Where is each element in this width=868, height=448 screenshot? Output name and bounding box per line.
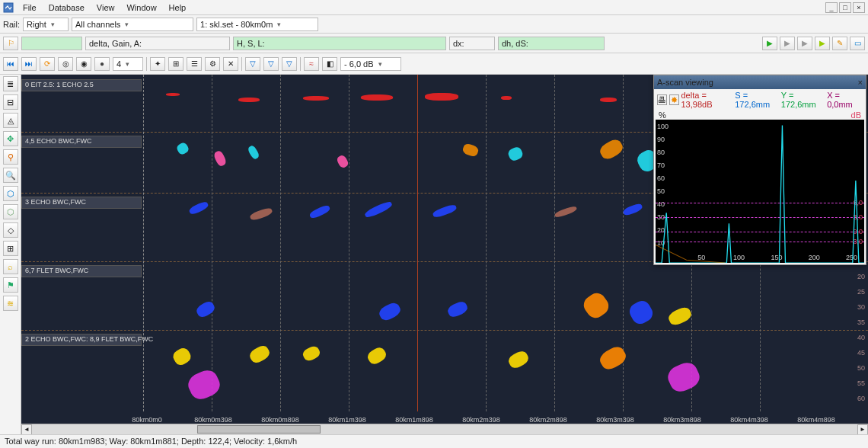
dark-dot-icon[interactable]: ● (94, 57, 110, 71)
ascan-pct-label: % (659, 110, 666, 120)
depth-tick: 60 (857, 395, 865, 402)
close-button[interactable]: × (853, 2, 865, 13)
scroll-right-icon[interactable]: ► (857, 424, 868, 435)
print-icon[interactable]: 🖶 (657, 94, 667, 105)
play-star-icon[interactable]: ▶ (815, 37, 830, 50)
shapes-icon[interactable]: ◧ (322, 57, 337, 71)
play2-icon[interactable]: ▶ (780, 37, 795, 50)
xaxis-tick: 80km3m898 (663, 416, 701, 424)
filter-icon[interactable]: ▽ (245, 57, 260, 71)
row-label-4: 2 ECHO BWC,FWC: 8,9 FLET BWC,FWC (21, 334, 142, 346)
diamond-icon[interactable]: ◇ (3, 222, 18, 238)
row-label-2: 3 ECHO BWC,FWC (21, 197, 142, 209)
flagwave-icon[interactable]: ≋ (3, 296, 18, 311)
xaxis-tick: 80km4m898 (797, 416, 835, 424)
skip-start-icon[interactable]: ⏮ (3, 57, 18, 71)
menu-window[interactable]: Window (120, 2, 162, 14)
refresh-icon[interactable]: ⟳ (40, 57, 55, 71)
spin-select[interactable]: 4 (113, 57, 143, 71)
menu-database[interactable]: Database (43, 2, 91, 14)
depth-tick: 20 (857, 273, 865, 280)
ascan-close-icon[interactable]: × (858, 78, 863, 87)
list-icon[interactable]: ≣ (3, 76, 18, 91)
dot-icon[interactable]: ◉ (76, 57, 91, 71)
settings-icon[interactable]: ⚙ (205, 57, 220, 71)
lens-icon[interactable]: ⌕ (3, 259, 18, 274)
depth-tick: 35 (857, 318, 865, 326)
xaxis-tick: 80km0m398 (194, 416, 232, 424)
xaxis-tick: 80km3m398 (596, 416, 634, 424)
scroll-thumb[interactable] (197, 425, 321, 434)
depth-tick: 25 (857, 288, 865, 296)
flag2-icon[interactable]: ⚑ (3, 277, 18, 293)
depth-tick: 45 (857, 349, 865, 357)
maximize-button[interactable]: □ (839, 2, 851, 13)
dataset-select[interactable]: 1: skl.set - 80km0m (196, 18, 318, 31)
toolbar-selects: Rail: Right All channels 1: skl.set - 80… (0, 15, 868, 34)
hsl-field[interactable]: H, S, L: (233, 37, 446, 50)
ascan-x: X = 0,0mm (827, 91, 863, 109)
ascan-s: S = 172,6mm (735, 91, 779, 109)
wave-icon[interactable]: ≈ (304, 57, 319, 71)
zoom-icon[interactable]: 🔍 (3, 168, 18, 183)
ascan-title: A-scan viewing (657, 78, 713, 87)
app-icon (3, 2, 14, 13)
ascan-delta: delta = 13,98dB (681, 91, 733, 109)
move-icon[interactable]: ✥ (3, 131, 18, 146)
depth-tick: 55 (857, 379, 865, 387)
grid2-icon[interactable]: ⊞ (3, 241, 18, 256)
tree-icon[interactable]: ⊟ (3, 94, 18, 110)
compass-icon[interactable]: ✦ (150, 57, 165, 71)
skip-end-icon[interactable]: ⏭ (21, 57, 37, 71)
channels-select[interactable]: All channels (72, 18, 193, 31)
ascan-window[interactable]: A-scan viewing × 🖶 ✸ delta = 13,98dB S =… (653, 75, 866, 265)
delta-gain-field[interactable]: delta, Gain, A: (85, 37, 230, 50)
ascan-titlebar[interactable]: A-scan viewing × (654, 75, 866, 89)
play-icon[interactable]: ▶ (762, 37, 777, 50)
minimize-button[interactable]: _ (825, 2, 838, 13)
scroll-left-icon[interactable]: ◄ (21, 424, 32, 435)
status-bar: Total way run: 80km1m983; Way: 80km1m881… (0, 434, 868, 448)
filter2-icon[interactable]: ▽ (263, 57, 279, 71)
hex2-icon[interactable]: ⬡ (3, 204, 18, 219)
grid-icon[interactable]: ⊞ (168, 57, 183, 71)
ascan-db-label: dB (851, 110, 861, 120)
depth-tick: 50 (857, 364, 865, 372)
dx-field[interactable]: dx: (449, 37, 495, 50)
main: ≣ ⊟ ◬ ✥ ⚲ 🔍 ⬡ ⬡ ◇ ⊞ ⌕ ⚑ ≋ 0 EIT 2.5: 1 E… (0, 75, 868, 434)
side-tools: ≣ ⊟ ◬ ✥ ⚲ 🔍 ⬡ ⬡ ◇ ⊞ ⌕ ⚑ ≋ (0, 75, 21, 434)
row-label-1: 4,5 ECHO BWC,FWC (21, 136, 142, 148)
scan-area[interactable]: 0 EIT 2.5: 1 ECHO 2.5 4,5 ECHO BWC,FWC 3… (21, 75, 868, 434)
card-icon[interactable]: ▭ (850, 37, 865, 50)
menu-view[interactable]: View (91, 2, 121, 14)
xaxis-tick: 80km2m398 (462, 416, 500, 424)
menu-help[interactable]: Help (163, 2, 193, 14)
row-label-0: 0 EIT 2.5: 1 ECHO 2.5 (21, 79, 142, 91)
menu-file[interactable]: File (17, 2, 43, 14)
pencil-icon[interactable]: ✎ (832, 37, 847, 50)
target-icon[interactable]: ◎ (58, 57, 73, 71)
rail-select[interactable]: Right (23, 18, 69, 31)
dhds-field[interactable]: dh, dS: (498, 37, 605, 50)
flag-icon[interactable]: ⚐ (3, 37, 18, 50)
play3-icon[interactable]: ▶ (797, 37, 812, 50)
hex-icon[interactable]: ⬡ (3, 186, 18, 201)
gain-select[interactable]: - 6,0 dB (340, 57, 401, 71)
horizontal-scrollbar[interactable]: ◄ ► (21, 424, 868, 434)
toolbar-tools: ⏮ ⏭ ⟳ ◎ ◉ ● 4 ✦ ⊞ ☰ ⚙ ✕ ▽ ▽ ▽ ≈ ◧ - 6,0 … (0, 53, 868, 75)
drone-icon[interactable]: ✕ (223, 57, 238, 71)
xaxis-tick: 80km0m898 (261, 416, 299, 424)
toolbar-fields: ⚐ delta, Gain, A: H, S, L: dx: dh, dS: ▶… (0, 34, 868, 53)
filter3-icon[interactable]: ▽ (282, 57, 297, 71)
gear-icon[interactable]: ✸ (669, 94, 679, 105)
xaxis-tick: 80km0m0 (132, 416, 162, 424)
rail-label: Rail: (3, 20, 20, 29)
window-buttons: _ □ × (825, 2, 865, 13)
ascan-plot[interactable]: 100 90 80 70 60 50 40 30 20 10 50 100 15… (656, 120, 864, 263)
xaxis-tick: 80km4m398 (730, 416, 768, 424)
field-a[interactable] (21, 37, 82, 50)
probe-icon[interactable]: ⚲ (3, 149, 18, 165)
scope-icon[interactable]: ◬ (3, 113, 18, 128)
xaxis-tick: 80km1m398 (328, 416, 366, 424)
layers-icon[interactable]: ☰ (187, 57, 202, 71)
